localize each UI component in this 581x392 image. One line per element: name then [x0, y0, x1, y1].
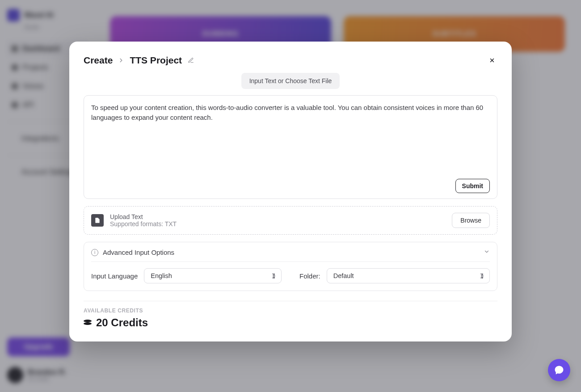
folder-label: Folder:	[299, 272, 320, 280]
chevron-down-icon	[484, 249, 490, 256]
input-mode-pill[interactable]: Input Text or Choose Text File	[241, 73, 340, 89]
chevron-right-icon	[118, 55, 124, 66]
upload-meta: Upload Text Supported formats: TXT	[110, 213, 446, 228]
advanced-options-toggle[interactable]: i Advanced Input Options	[91, 249, 490, 262]
folder-select[interactable]: Default ▲▼	[327, 268, 490, 283]
submit-button[interactable]: Submit	[455, 179, 490, 193]
breadcrumb: Create TTS Project	[84, 55, 194, 66]
folder-field: Folder: Default ▲▼	[299, 268, 490, 283]
upload-title: Upload Text	[110, 213, 446, 220]
input-language-field: Input Language English ▲▼	[91, 268, 282, 283]
input-language-value: English	[151, 272, 172, 279]
input-language-select[interactable]: English ▲▼	[144, 268, 282, 283]
modal-header: Create TTS Project	[84, 55, 497, 66]
breadcrumb-leaf: TTS Project	[130, 55, 182, 66]
divider	[84, 301, 497, 301]
create-tts-modal: Create TTS Project Input Text or Choose …	[69, 42, 512, 341]
folder-value: Default	[333, 272, 354, 279]
info-icon: i	[91, 249, 98, 256]
coins-icon	[84, 320, 92, 326]
edit-title-icon[interactable]	[187, 57, 194, 64]
text-input[interactable]	[91, 103, 490, 175]
credits-value: 20 Credits	[84, 316, 497, 329]
upload-formats: Supported formats: TXT	[110, 220, 446, 228]
text-input-container: Submit	[84, 95, 497, 199]
browse-button[interactable]: Browse	[452, 213, 490, 228]
breadcrumb-root[interactable]: Create	[84, 55, 113, 66]
advanced-options-panel: i Advanced Input Options Input Language …	[84, 242, 497, 291]
advanced-options-title: Advanced Input Options	[103, 249, 174, 256]
document-icon	[91, 214, 104, 227]
chat-launcher-button[interactable]	[548, 359, 570, 381]
input-language-label: Input Language	[91, 272, 138, 280]
upload-dropzone[interactable]: Upload Text Supported formats: TXT Brows…	[84, 206, 497, 235]
credits-label: AVAILABLE CREDITS	[84, 308, 497, 314]
close-button[interactable]	[487, 55, 497, 66]
